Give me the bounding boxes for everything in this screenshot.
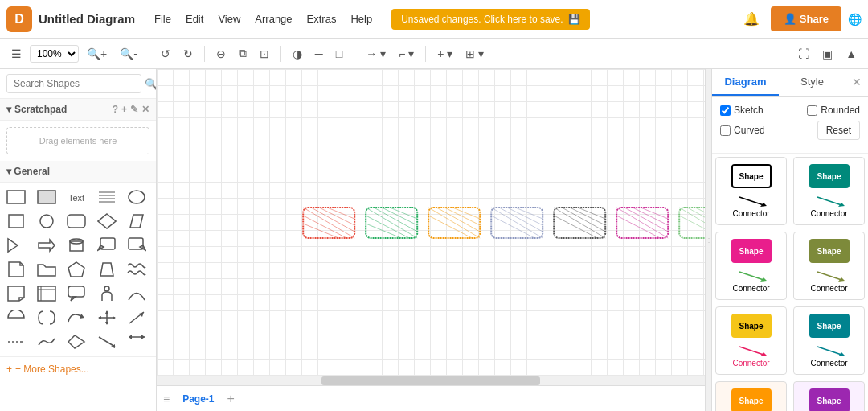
curved-checkbox[interactable] — [720, 125, 731, 136]
waypoint-btn[interactable]: ⌐ ▾ — [394, 44, 419, 64]
rounded-checkbox-label[interactable]: Rounded — [807, 105, 860, 116]
rounded-checkbox[interactable] — [807, 105, 817, 116]
curved-checkbox-label[interactable]: Curved — [720, 125, 765, 136]
shape-lines[interactable] — [94, 186, 120, 208]
toggle-panel-btn[interactable]: ☰ — [6, 44, 27, 64]
shape-parallelogram[interactable] — [124, 210, 149, 232]
shape-callout-right[interactable] — [124, 234, 149, 257]
search-button[interactable]: 🔍 — [141, 75, 157, 93]
shape-misc-4[interactable] — [94, 331, 120, 353]
share-button[interactable]: 👤 Share — [771, 6, 841, 31]
shape-circle[interactable] — [34, 210, 59, 232]
copy-btn[interactable]: ⊡ — [255, 44, 274, 64]
canvas-shape-lightgreen[interactable] — [678, 206, 705, 240]
shape-arc[interactable] — [124, 282, 149, 305]
scratchpad-add-icon[interactable]: + — [121, 104, 127, 115]
sketch-checkbox-label[interactable]: Sketch — [720, 105, 764, 116]
search-input[interactable] — [6, 74, 141, 93]
shape-half-circle[interactable] — [3, 306, 29, 329]
delete-btn[interactable]: ⊖ — [211, 44, 231, 64]
zoom-out-btn[interactable]: 🔍- — [115, 44, 142, 64]
menu-view[interactable]: View — [211, 10, 247, 28]
shape-diagonal-arrow[interactable] — [124, 306, 149, 329]
tab-style[interactable]: Style — [779, 69, 845, 96]
globe-icon[interactable]: 🌐 — [848, 13, 862, 26]
shape-pentagon[interactable] — [63, 258, 89, 281]
shape-cylinder[interactable] — [63, 234, 89, 257]
shape-triangle-right[interactable] — [3, 234, 29, 257]
shape-arrows[interactable] — [94, 306, 120, 329]
menu-file[interactable]: File — [148, 10, 178, 28]
panel-btn[interactable]: ▣ — [817, 44, 837, 64]
menu-help[interactable]: Help — [344, 10, 379, 28]
add-page-btn[interactable]: + — [227, 392, 235, 406]
shape-internal-storage[interactable] — [34, 282, 59, 305]
shape-folder[interactable] — [34, 258, 59, 281]
canvas-shape-dark[interactable] — [552, 206, 607, 240]
more-shapes[interactable]: + + More Shapes... — [0, 356, 156, 381]
shape-wave[interactable] — [124, 258, 149, 281]
canvas-shape-pink[interactable] — [615, 206, 669, 240]
shape-diamond[interactable] — [94, 210, 120, 232]
redo-btn[interactable]: ↻ — [178, 44, 198, 64]
resize-handle[interactable]: ⋮ — [705, 69, 711, 411]
shape-misc-5[interactable] — [124, 331, 149, 353]
shape-doc[interactable] — [3, 258, 29, 281]
shape-callout-bubble[interactable] — [63, 282, 89, 305]
style-card-teal[interactable]: Shape Connector — [793, 157, 865, 225]
shape-rect[interactable] — [3, 186, 29, 208]
shape-curved-arrow[interactable] — [63, 306, 89, 329]
fill-btn[interactable]: ◑ — [288, 44, 307, 64]
scratchpad-help-icon[interactable]: ? — [113, 104, 118, 115]
connector-style-btn[interactable]: → ▾ — [361, 44, 391, 64]
general-collapse-icon[interactable]: ▾ — [6, 166, 11, 177]
zoom-select[interactable]: 100%75%150% — [30, 45, 79, 63]
undo-btn[interactable]: ↺ — [156, 44, 175, 64]
shape-note[interactable] — [3, 282, 29, 305]
shape-ellipse[interactable] — [124, 186, 149, 208]
shape-arrow-right[interactable] — [34, 234, 59, 257]
page-tab-1[interactable]: Page-1 — [176, 390, 220, 408]
style-card-teal2[interactable]: Shape Connector — [793, 306, 865, 375]
notifications-bell[interactable]: 🔔 — [739, 6, 764, 31]
canvas-area[interactable] — [157, 69, 705, 376]
style-card-olive[interactable]: Shape Connector — [793, 232, 865, 300]
style-card-pink[interactable]: Shape Connector — [715, 232, 787, 300]
unsaved-banner[interactable]: Unsaved changes. Click here to save. 💾 — [391, 9, 589, 30]
scratchpad-close-icon[interactable]: ✕ — [141, 104, 149, 115]
shape-text[interactable]: Text — [63, 186, 89, 208]
canvas-shape-red[interactable] — [301, 206, 356, 240]
menu-extras[interactable]: Extras — [301, 10, 343, 28]
shape-rounded-rect[interactable] — [63, 210, 89, 232]
canvas-shape-yellow[interactable] — [427, 206, 481, 240]
style-card-white[interactable]: Shape Connector — [715, 157, 787, 225]
sketch-checkbox[interactable] — [720, 105, 731, 116]
table-btn[interactable]: ⊞ ▾ — [461, 44, 489, 64]
shape-misc-3[interactable] — [63, 331, 89, 353]
canvas-shape-blue[interactable] — [489, 206, 544, 240]
shape-trapezoid[interactable] — [94, 258, 120, 281]
fullscreen-btn[interactable]: ⛶ — [793, 44, 814, 64]
shape-misc-1[interactable] — [3, 331, 29, 353]
shape-square[interactable] — [3, 210, 29, 232]
shape-rect-filled[interactable] — [34, 186, 59, 208]
canvas-scrollbar-horizontal[interactable] — [157, 376, 705, 385]
zoom-in-btn[interactable]: 🔍+ — [82, 44, 112, 64]
tab-diagram[interactable]: Diagram — [712, 69, 779, 96]
shape-misc-2[interactable] — [34, 331, 59, 353]
scratchpad-edit-icon[interactable]: ✎ — [130, 104, 138, 115]
shadow-btn[interactable]: □ — [331, 44, 347, 64]
canvas-shape-green[interactable] — [364, 206, 419, 240]
style-card-purple[interactable]: Shape Connector — [793, 381, 865, 411]
reset-btn[interactable]: Reset — [817, 121, 860, 140]
panel-close-btn[interactable]: ✕ — [845, 69, 868, 96]
collapse-btn[interactable]: ▲ — [841, 44, 862, 64]
duplicate-btn[interactable]: ⧉ — [234, 43, 252, 64]
style-card-yellow[interactable]: Shape Connector — [715, 306, 787, 375]
shape-person[interactable] — [94, 282, 120, 305]
page-menu-btn[interactable]: ≡ — [163, 393, 170, 405]
line-btn[interactable]: ─ — [310, 44, 328, 64]
menu-edit[interactable]: Edit — [179, 10, 210, 28]
add-btn[interactable]: + ▾ — [432, 44, 457, 64]
scratchpad-collapse-icon[interactable]: ▾ — [6, 104, 11, 115]
